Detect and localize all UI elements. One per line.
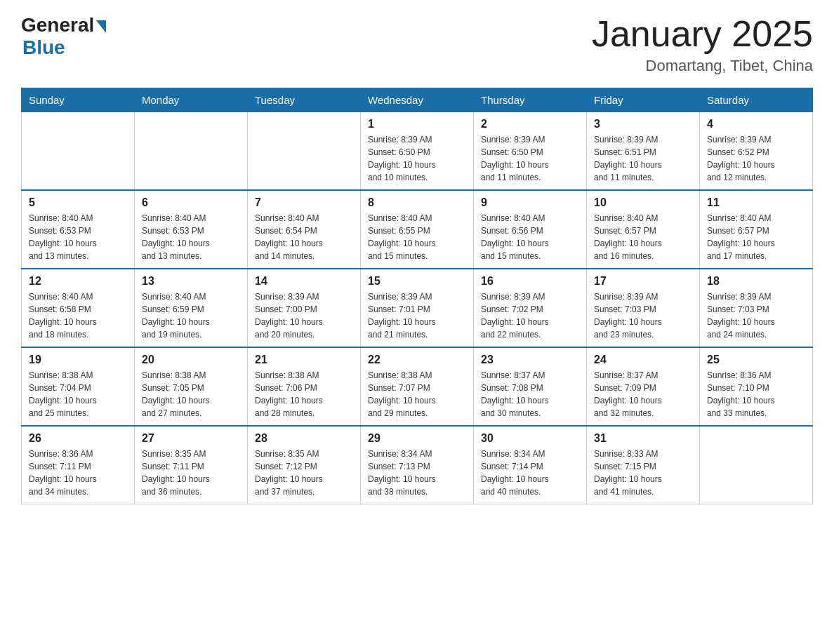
day-info: Sunrise: 8:40 AMSunset: 6:55 PMDaylight:…	[368, 212, 466, 262]
calendar-cell: 5Sunrise: 8:40 AMSunset: 6:53 PMDaylight…	[22, 190, 135, 269]
calendar-cell: 13Sunrise: 8:40 AMSunset: 6:59 PMDayligh…	[135, 269, 248, 347]
calendar-cell: 11Sunrise: 8:40 AMSunset: 6:57 PMDayligh…	[700, 190, 813, 269]
day-number: 1	[368, 118, 466, 130]
day-number: 27	[142, 432, 240, 445]
day-info: Sunrise: 8:37 AMSunset: 7:09 PMDaylight:…	[594, 369, 692, 420]
day-info: Sunrise: 8:38 AMSunset: 7:07 PMDaylight:…	[368, 369, 466, 420]
day-number: 29	[368, 432, 466, 445]
day-info: Sunrise: 8:39 AMSunset: 7:01 PMDaylight:…	[368, 290, 466, 341]
calendar-cell: 19Sunrise: 8:38 AMSunset: 7:04 PMDayligh…	[22, 347, 135, 426]
calendar-cell: 14Sunrise: 8:39 AMSunset: 7:00 PMDayligh…	[248, 269, 361, 347]
calendar-cell: 3Sunrise: 8:39 AMSunset: 6:51 PMDaylight…	[587, 112, 700, 191]
day-info: Sunrise: 8:39 AMSunset: 6:50 PMDaylight:…	[481, 133, 579, 184]
day-number: 14	[255, 275, 353, 288]
calendar-cell: 15Sunrise: 8:39 AMSunset: 7:01 PMDayligh…	[361, 269, 474, 347]
calendar-cell: 9Sunrise: 8:40 AMSunset: 6:56 PMDaylight…	[474, 190, 587, 269]
calendar-cell: 17Sunrise: 8:39 AMSunset: 7:03 PMDayligh…	[587, 269, 700, 347]
logo-general-text: General	[21, 14, 94, 36]
calendar-cell: 1Sunrise: 8:39 AMSunset: 6:50 PMDaylight…	[361, 112, 474, 191]
day-number: 9	[481, 196, 579, 209]
day-number: 24	[594, 354, 692, 366]
column-header-thursday: Thursday	[474, 88, 587, 112]
calendar-cell: 31Sunrise: 8:33 AMSunset: 7:15 PMDayligh…	[587, 426, 700, 504]
day-info: Sunrise: 8:39 AMSunset: 7:02 PMDaylight:…	[481, 290, 579, 341]
day-number: 15	[368, 275, 466, 288]
calendar-cell: 16Sunrise: 8:39 AMSunset: 7:02 PMDayligh…	[474, 269, 587, 347]
column-header-tuesday: Tuesday	[248, 88, 361, 112]
day-number: 3	[594, 118, 692, 130]
calendar-cell: 7Sunrise: 8:40 AMSunset: 6:54 PMDaylight…	[248, 190, 361, 269]
column-header-wednesday: Wednesday	[361, 88, 474, 112]
calendar-cell	[700, 426, 813, 504]
calendar-cell: 21Sunrise: 8:38 AMSunset: 7:06 PMDayligh…	[248, 347, 361, 426]
calendar-cell: 29Sunrise: 8:34 AMSunset: 7:13 PMDayligh…	[361, 426, 474, 504]
month-title: January 2025	[592, 14, 813, 54]
day-number: 11	[707, 196, 805, 209]
day-number: 8	[368, 196, 466, 209]
logo-blue-text: Blue	[22, 36, 65, 59]
column-header-friday: Friday	[587, 88, 700, 112]
calendar-week-3: 12Sunrise: 8:40 AMSunset: 6:58 PMDayligh…	[22, 269, 813, 347]
day-info: Sunrise: 8:39 AMSunset: 7:00 PMDaylight:…	[255, 290, 353, 341]
day-number: 26	[29, 432, 127, 445]
day-info: Sunrise: 8:39 AMSunset: 6:50 PMDaylight:…	[368, 133, 466, 184]
day-info: Sunrise: 8:39 AMSunset: 6:51 PMDaylight:…	[594, 133, 692, 184]
location-text: Domartang, Tibet, China	[592, 57, 813, 75]
day-info: Sunrise: 8:39 AMSunset: 7:03 PMDaylight:…	[707, 290, 805, 341]
day-info: Sunrise: 8:36 AMSunset: 7:10 PMDaylight:…	[707, 369, 805, 420]
logo: General Blue	[21, 14, 106, 59]
column-header-saturday: Saturday	[700, 88, 813, 112]
day-info: Sunrise: 8:35 AMSunset: 7:12 PMDaylight:…	[255, 448, 353, 498]
day-info: Sunrise: 8:36 AMSunset: 7:11 PMDaylight:…	[29, 448, 127, 498]
calendar-week-1: 1Sunrise: 8:39 AMSunset: 6:50 PMDaylight…	[22, 112, 813, 191]
calendar-cell: 30Sunrise: 8:34 AMSunset: 7:14 PMDayligh…	[474, 426, 587, 504]
day-number: 28	[255, 432, 353, 445]
day-info: Sunrise: 8:35 AMSunset: 7:11 PMDaylight:…	[142, 448, 240, 498]
day-number: 23	[481, 354, 579, 366]
calendar-week-2: 5Sunrise: 8:40 AMSunset: 6:53 PMDaylight…	[22, 190, 813, 269]
day-info: Sunrise: 8:33 AMSunset: 7:15 PMDaylight:…	[594, 448, 692, 498]
day-number: 4	[707, 118, 805, 130]
calendar-cell	[22, 112, 135, 191]
day-info: Sunrise: 8:38 AMSunset: 7:05 PMDaylight:…	[142, 369, 240, 420]
calendar-cell: 27Sunrise: 8:35 AMSunset: 7:11 PMDayligh…	[135, 426, 248, 504]
day-number: 22	[368, 354, 466, 366]
day-number: 5	[29, 196, 127, 209]
column-header-sunday: Sunday	[22, 88, 135, 112]
calendar-cell: 25Sunrise: 8:36 AMSunset: 7:10 PMDayligh…	[700, 347, 813, 426]
day-number: 20	[142, 354, 240, 366]
day-number: 16	[481, 275, 579, 288]
day-info: Sunrise: 8:38 AMSunset: 7:04 PMDaylight:…	[29, 369, 127, 420]
calendar-cell: 10Sunrise: 8:40 AMSunset: 6:57 PMDayligh…	[587, 190, 700, 269]
day-info: Sunrise: 8:40 AMSunset: 6:53 PMDaylight:…	[142, 212, 240, 262]
day-info: Sunrise: 8:40 AMSunset: 6:54 PMDaylight:…	[255, 212, 353, 262]
calendar-cell: 22Sunrise: 8:38 AMSunset: 7:07 PMDayligh…	[361, 347, 474, 426]
column-header-monday: Monday	[135, 88, 248, 112]
day-info: Sunrise: 8:40 AMSunset: 6:57 PMDaylight:…	[707, 212, 805, 262]
calendar-cell: 26Sunrise: 8:36 AMSunset: 7:11 PMDayligh…	[22, 426, 135, 504]
title-block: January 2025 Domartang, Tibet, China	[592, 14, 813, 75]
day-number: 21	[255, 354, 353, 366]
day-number: 17	[594, 275, 692, 288]
calendar-cell: 8Sunrise: 8:40 AMSunset: 6:55 PMDaylight…	[361, 190, 474, 269]
day-number: 30	[481, 432, 579, 445]
calendar-cell: 2Sunrise: 8:39 AMSunset: 6:50 PMDaylight…	[474, 112, 587, 191]
day-info: Sunrise: 8:40 AMSunset: 6:59 PMDaylight:…	[142, 290, 240, 341]
day-info: Sunrise: 8:40 AMSunset: 6:56 PMDaylight:…	[481, 212, 579, 262]
calendar-cell: 23Sunrise: 8:37 AMSunset: 7:08 PMDayligh…	[474, 347, 587, 426]
day-info: Sunrise: 8:37 AMSunset: 7:08 PMDaylight:…	[481, 369, 579, 420]
day-number: 19	[29, 354, 127, 366]
calendar-cell: 24Sunrise: 8:37 AMSunset: 7:09 PMDayligh…	[587, 347, 700, 426]
logo-arrow-icon	[96, 20, 106, 33]
calendar-cell: 6Sunrise: 8:40 AMSunset: 6:53 PMDaylight…	[135, 190, 248, 269]
day-info: Sunrise: 8:39 AMSunset: 6:52 PMDaylight:…	[707, 133, 805, 184]
day-number: 6	[142, 196, 240, 209]
calendar-week-4: 19Sunrise: 8:38 AMSunset: 7:04 PMDayligh…	[22, 347, 813, 426]
calendar-cell: 4Sunrise: 8:39 AMSunset: 6:52 PMDaylight…	[700, 112, 813, 191]
day-number: 12	[29, 275, 127, 288]
day-number: 31	[594, 432, 692, 445]
calendar-cell	[135, 112, 248, 191]
calendar-cell: 18Sunrise: 8:39 AMSunset: 7:03 PMDayligh…	[700, 269, 813, 347]
day-number: 10	[594, 196, 692, 209]
day-info: Sunrise: 8:39 AMSunset: 7:03 PMDaylight:…	[594, 290, 692, 341]
